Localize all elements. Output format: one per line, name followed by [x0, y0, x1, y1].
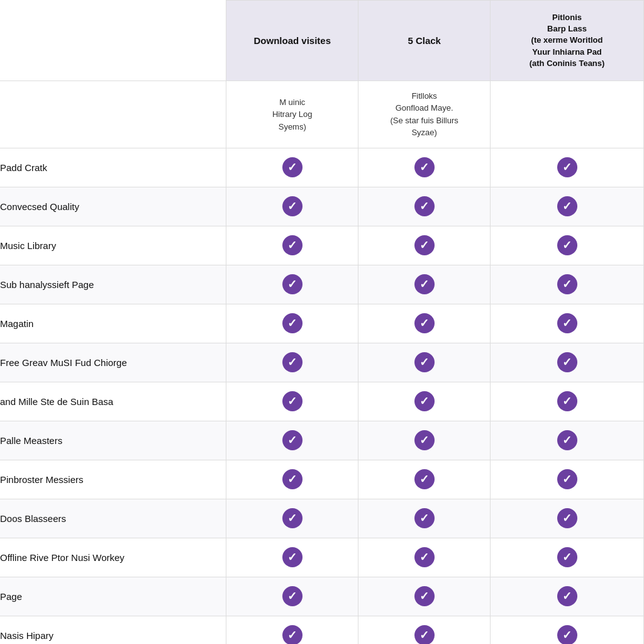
check-icon — [282, 352, 303, 372]
check-icon — [557, 196, 577, 216]
feature-name: Sub hanalyssieft Page — [0, 265, 226, 304]
table-row: Pinbroster Messiers — [0, 460, 644, 499]
check-cell — [491, 499, 644, 538]
check-icon — [282, 586, 303, 606]
feature-name: Padd Cratk — [0, 148, 226, 187]
check-icon — [557, 313, 577, 333]
check-icon — [414, 547, 435, 567]
check-cell — [358, 226, 491, 265]
check-cell — [226, 577, 358, 616]
table-row: Page — [0, 577, 644, 616]
check-icon — [414, 625, 435, 644]
check-cell — [226, 343, 358, 382]
table-row: Free Greav MuSI Fud Chiorge — [0, 343, 644, 382]
check-icon — [282, 430, 303, 450]
check-cell — [491, 343, 644, 382]
check-cell — [358, 343, 491, 382]
header-row2-col2: FitlloksGonfload Maye.(Se star fuis Bill… — [358, 80, 491, 148]
check-cell — [491, 616, 644, 644]
header-row2-empty — [0, 80, 226, 148]
check-cell — [358, 265, 491, 304]
check-cell — [226, 187, 358, 226]
check-cell — [226, 382, 358, 421]
check-cell — [491, 538, 644, 577]
check-icon — [414, 196, 435, 216]
check-cell — [226, 460, 358, 499]
check-icon — [414, 430, 435, 450]
check-cell — [491, 577, 644, 616]
check-cell — [226, 265, 358, 304]
check-cell — [226, 226, 358, 265]
check-icon — [414, 586, 435, 606]
check-icon — [282, 157, 303, 177]
header-row-2: M uinicHitrary LogSyems) FitlloksGonfloa… — [0, 80, 644, 148]
check-cell — [491, 460, 644, 499]
check-cell — [358, 538, 491, 577]
check-icon — [282, 391, 303, 411]
check-icon — [414, 235, 435, 255]
feature-name: Page — [0, 577, 226, 616]
check-icon — [414, 391, 435, 411]
check-icon — [414, 352, 435, 372]
check-icon — [557, 508, 577, 528]
table-row: Padd Cratk — [0, 148, 644, 187]
feature-name: Convecsed Quality — [0, 187, 226, 226]
check-icon — [557, 235, 577, 255]
header-col1-title: Download visites — [226, 1, 358, 81]
check-icon — [557, 157, 577, 177]
check-cell — [358, 577, 491, 616]
feature-name: Nasis Hipary — [0, 616, 226, 644]
check-icon — [282, 469, 303, 489]
check-icon — [282, 235, 303, 255]
table-row: Magatin — [0, 304, 644, 343]
check-icon — [557, 469, 577, 489]
check-cell — [358, 616, 491, 644]
check-icon — [414, 469, 435, 489]
table-row: Doos Blasseers — [0, 499, 644, 538]
check-icon — [282, 547, 303, 567]
check-cell — [491, 382, 644, 421]
check-cell — [491, 187, 644, 226]
table-row: and Mille Ste de Suin Basa — [0, 382, 644, 421]
feature-name: Pinbroster Messiers — [0, 460, 226, 499]
check-icon — [282, 274, 303, 294]
feature-name: Magatin — [0, 304, 226, 343]
check-icon — [282, 625, 303, 644]
check-icon — [414, 508, 435, 528]
feature-name: and Mille Ste de Suin Basa — [0, 382, 226, 421]
table-row: Palle Measters — [0, 421, 644, 460]
check-cell — [226, 148, 358, 187]
check-cell — [491, 304, 644, 343]
check-cell — [358, 382, 491, 421]
check-icon — [414, 313, 435, 333]
comparison-table: Download visites 5 Clack PitlonisBarp La… — [0, 0, 644, 644]
check-cell — [358, 421, 491, 460]
check-icon — [557, 430, 577, 450]
check-icon — [557, 586, 577, 606]
check-icon — [557, 391, 577, 411]
check-icon — [414, 157, 435, 177]
check-cell — [226, 616, 358, 644]
header-empty-cell — [0, 1, 226, 81]
header-row2-col3 — [491, 80, 644, 148]
feature-name: Free Greav MuSI Fud Chiorge — [0, 343, 226, 382]
check-icon — [282, 196, 303, 216]
feature-name: Palle Measters — [0, 421, 226, 460]
table-row: Convecsed Quality — [0, 187, 644, 226]
check-cell — [226, 304, 358, 343]
check-cell — [226, 538, 358, 577]
check-icon — [557, 274, 577, 294]
header-row-1: Download visites 5 Clack PitlonisBarp La… — [0, 1, 644, 81]
check-icon — [282, 508, 303, 528]
check-icon — [282, 313, 303, 333]
check-cell — [358, 148, 491, 187]
check-cell — [226, 421, 358, 460]
table-row: Sub hanalyssieft Page — [0, 265, 644, 304]
table-row: Nasis Hipary — [0, 616, 644, 644]
check-icon — [414, 274, 435, 294]
check-cell — [358, 460, 491, 499]
check-icon — [557, 625, 577, 644]
check-cell — [491, 148, 644, 187]
table-row: Offline Rive Ptor Nusi Workey — [0, 538, 644, 577]
check-cell — [358, 304, 491, 343]
